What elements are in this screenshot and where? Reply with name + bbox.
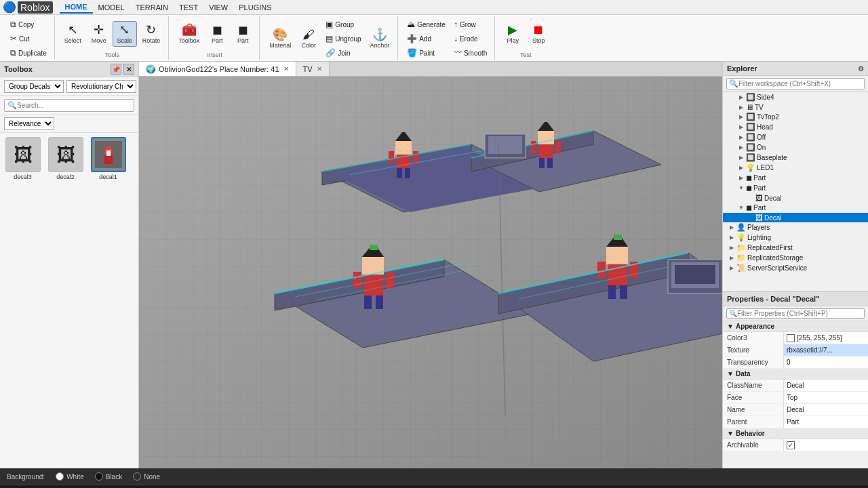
tree-item[interactable]: ▶🔲Side4 [723, 92, 868, 102]
menu-model[interactable]: MODEL [93, 2, 130, 13]
stop-icon [532, 24, 545, 36]
tree-item-icon: 🔲 [746, 113, 755, 121]
prop-section-header[interactable]: ▼Data [723, 369, 868, 380]
tree-item[interactable]: ▶🔲On [723, 142, 868, 152]
erode-button[interactable]: Erode [450, 32, 490, 45]
group-button[interactable]: Group [322, 18, 364, 31]
explorer-search-input[interactable] [738, 80, 862, 87]
checkbox-icon[interactable]: ✓ [787, 441, 795, 449]
bg-none-option[interactable]: None [133, 472, 160, 481]
tree-item[interactable]: ▶👤Players [723, 222, 868, 232]
rotate-button[interactable]: Rotate [138, 21, 165, 47]
toolbox-category-select[interactable]: Group Decals [4, 80, 64, 93]
list-item[interactable]: 🖼 decal3 [4, 137, 41, 180]
tree-item-label: Baseplate [757, 154, 787, 161]
tree-item[interactable]: ▼◼Part [723, 183, 868, 193]
part-button[interactable]: Part [205, 21, 229, 47]
menu-terrain[interactable]: TERRAIN [130, 2, 174, 13]
toolbox-relevance-select[interactable]: Relevance [4, 117, 54, 130]
tree-item[interactable]: ▶💡Lighting [723, 232, 868, 243]
prop-section-header[interactable]: ▼Behavior [723, 428, 868, 439]
properties-filter-input[interactable] [737, 310, 862, 317]
tree-item-icon: ◼ [746, 174, 752, 182]
move-button[interactable]: Move [87, 21, 111, 47]
scale-button[interactable]: Scale [113, 21, 137, 47]
properties-header: Properties - Decal "Decal" [723, 292, 868, 306]
tree-arrow-icon: ▶ [727, 265, 736, 271]
menu-view[interactable]: VIEW [203, 2, 233, 13]
tree-item-label: Off [757, 134, 766, 141]
prop-section-header[interactable]: ▼Appearance [723, 321, 868, 332]
menu-home[interactable]: HOME [60, 1, 93, 14]
tree-item[interactable]: ▶💡LED1 [723, 163, 868, 173]
toolbox-button[interactable]: Toolbox [174, 21, 203, 47]
tree-arrow-icon: ▶ [727, 255, 736, 261]
tree-item-label: TV [755, 104, 764, 111]
menu-plugins[interactable]: PLUGINS [233, 2, 277, 13]
stop-button[interactable]: Stop [526, 21, 551, 47]
bg-white-option[interactable]: White [56, 472, 84, 481]
tree-item-icon: 📁 [736, 253, 746, 262]
cut-button[interactable]: Cut [7, 32, 50, 45]
copy-button[interactable]: Copy [7, 18, 50, 31]
tree-item[interactable]: ▶📜ServerScriptService [723, 263, 868, 273]
bg-black-option[interactable]: Black [95, 472, 122, 481]
toolbox-close-button[interactable]: ✕ [123, 64, 134, 75]
tree-item[interactable]: ▶🔲Baseplate [723, 152, 868, 163]
prop-value[interactable]: ✓ [784, 439, 868, 451]
tree-item-icon: 🔲 [746, 143, 755, 152]
grow-button[interactable]: Grow [450, 18, 490, 31]
place-tab-label: OblivionGod122's Place Number: 41 [159, 65, 279, 73]
prop-value[interactable]: [255, 255, 255] [784, 332, 868, 344]
tree-item[interactable]: ▶🔲Head [723, 122, 868, 132]
toolbox-pin-button[interactable]: 📌 [111, 64, 121, 75]
list-item[interactable]: 🖼 decal2 [47, 137, 84, 180]
place-tab-close[interactable]: ✕ [283, 65, 289, 73]
prop-value: 0 [784, 357, 868, 368]
join-button[interactable]: Join [322, 46, 364, 60]
tab-place[interactable]: 🌍 OblivionGod122's Place Number: 41 ✕ [139, 62, 296, 76]
duplicate-button[interactable]: ⧉ Duplicate [7, 46, 50, 60]
part2-button[interactable]: Part [231, 21, 255, 47]
tree-item[interactable]: ▶📁ReplicatedStorage [723, 253, 868, 263]
grow-icon [454, 20, 458, 29]
tree-item[interactable]: ▶🖥TV [723, 102, 868, 112]
tree-item[interactable]: ▶🔲Off [723, 132, 868, 142]
color-swatch[interactable] [787, 334, 795, 342]
ungroup-button[interactable]: Ungroup [322, 32, 364, 45]
prop-row: Texturerbxassetid://7... [723, 344, 868, 357]
tree-item[interactable]: ▶📁ReplicatedFirst [723, 243, 868, 253]
select-button[interactable]: Select [60, 21, 85, 47]
bg-none-label: None [144, 473, 160, 481]
color-icon [302, 28, 315, 41]
generate-button[interactable]: Generate [403, 18, 449, 31]
tree-item[interactable]: 🖼Decal [723, 213, 868, 222]
menu-test[interactable]: TEST [174, 2, 203, 13]
smooth-button[interactable]: Smooth [450, 46, 490, 60]
color-button[interactable]: Color [296, 26, 321, 52]
prop-name: Archivable [723, 439, 784, 451]
tree-item[interactable]: 🖼Decal [723, 193, 868, 203]
tree-arrow-icon: ▼ [736, 185, 746, 191]
tree-item[interactable]: ▶◼Part [723, 173, 868, 183]
play-button[interactable]: Play [500, 21, 525, 47]
list-item[interactable]: decal1 [90, 137, 127, 180]
toolbox-creator-select[interactable]: Revolutionary Ch [66, 80, 136, 93]
toolbox-search-input[interactable] [17, 102, 131, 109]
prop-row: FaceTop [723, 392, 868, 404]
tree-arrow-icon: ▶ [736, 144, 746, 150]
tree-item-label: Lighting [747, 234, 771, 241]
tree-arrow-icon: ▶ [736, 165, 746, 171]
tree-item[interactable]: ▶🔲TvTop2 [723, 112, 868, 122]
generate-icon [407, 20, 415, 29]
anchor-button[interactable]: Anchor [366, 26, 394, 52]
prop-row: ParentPart [723, 416, 868, 428]
prop-color-value: [255, 255, 255] [797, 334, 842, 342]
scene-viewport[interactable] [139, 77, 722, 468]
material-button[interactable]: Material [265, 26, 295, 52]
add-terrain-button[interactable]: Add [403, 32, 449, 45]
tab-tv[interactable]: TV ✕ [296, 62, 330, 76]
paint-terrain-button[interactable]: Paint [403, 46, 449, 60]
tree-item[interactable]: ▼◼Part [723, 203, 868, 213]
tv-tab-close[interactable]: ✕ [317, 65, 322, 73]
